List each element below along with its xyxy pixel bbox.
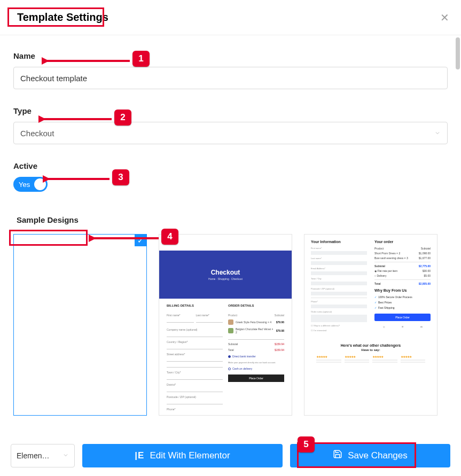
type-value: Checkout <box>20 129 54 138</box>
save-icon <box>333 449 342 462</box>
active-label: Active <box>13 161 37 170</box>
active-toggle[interactable]: Yes <box>13 177 48 192</box>
toggle-knob <box>34 178 46 190</box>
design2-hero: Checkout Home · Shopping · Checkout <box>159 251 292 299</box>
modal-title: Template Settings <box>12 9 114 26</box>
design-card-checkout-modern[interactable]: Your Information First name* Last name* … <box>304 234 437 416</box>
design-card-checkout-classic[interactable]: Checkout Home · Shopping · Checkout BILL… <box>159 234 292 416</box>
save-label: Save Changes <box>348 450 408 461</box>
close-icon[interactable]: ✕ <box>440 11 449 24</box>
name-input[interactable] <box>13 67 448 89</box>
type-label: Type <box>13 106 32 115</box>
save-changes-button[interactable]: Save Changes <box>290 444 450 467</box>
type-select[interactable]: Checkout <box>13 122 448 144</box>
sample-designs-label: Sample Designs <box>13 213 82 227</box>
name-label: Name <box>13 51 35 60</box>
edit-with-elementor-button[interactable]: |E Edit With Elementor <box>82 444 283 467</box>
builder-value: Elemen… <box>17 451 49 460</box>
chevron-down-icon <box>62 451 69 460</box>
check-icon: ✓ <box>135 235 146 246</box>
footer-bar: Elemen… |E Edit With Elementor Save Chan… <box>0 435 461 476</box>
toggle-value: Yes <box>19 181 30 189</box>
edit-label: Edit With Elementor <box>150 450 230 461</box>
builder-select[interactable]: Elemen… <box>11 444 75 467</box>
elementor-icon: |E <box>135 450 144 461</box>
design-card-blank[interactable]: ✓ <box>13 234 147 416</box>
chevron-down-icon <box>434 129 441 138</box>
content-scroll: Name Type Checkout Active Yes Sample Des… <box>0 35 461 435</box>
